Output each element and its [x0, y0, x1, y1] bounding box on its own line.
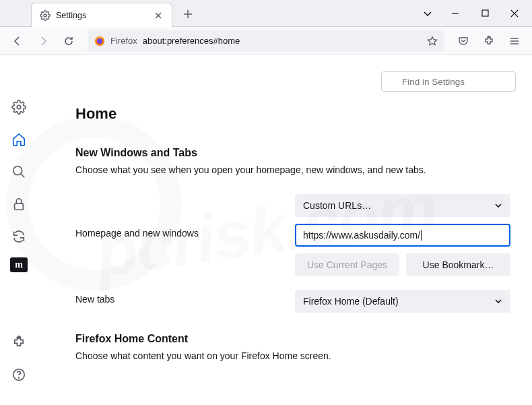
minimize-button[interactable]	[440, 1, 470, 26]
urlbar-url: about:preferences#home	[143, 36, 422, 46]
homepage-url-value: https://www.askusdaily.com/	[303, 230, 420, 241]
svg-point-5	[17, 105, 21, 109]
svg-rect-7	[15, 204, 24, 210]
svg-point-0	[44, 14, 46, 17]
find-in-settings[interactable]	[381, 71, 516, 92]
gear-icon	[40, 10, 51, 21]
sidebar-item-privacy[interactable]	[7, 193, 30, 216]
newtabs-label: New tabs	[75, 283, 295, 305]
back-button[interactable]	[7, 30, 28, 52]
section-new-windows-desc: Choose what you see when you open your h…	[75, 164, 516, 175]
reload-button[interactable]	[58, 30, 79, 52]
urlbar-context: Firefox	[110, 36, 137, 46]
tabs-dropdown-button[interactable]	[415, 1, 440, 26]
extensions-button[interactable]	[478, 30, 500, 52]
section-home-content-desc: Choose what content you want on your Fir…	[75, 350, 516, 361]
titlebar: Settings	[0, 0, 532, 27]
close-window-button[interactable]	[500, 1, 529, 26]
chevron-down-icon	[494, 297, 502, 305]
bookmark-star-icon[interactable]	[427, 36, 438, 46]
sidebar-item-home[interactable]	[7, 128, 30, 151]
sidebar-item-sync[interactable]	[7, 225, 30, 248]
newtabs-value: Firefox Home (Default)	[303, 296, 399, 307]
sidebar-item-search[interactable]	[7, 160, 30, 183]
section-new-windows-title: New Windows and Tabs	[75, 147, 516, 159]
newtabs-select[interactable]: Firefox Home (Default)	[295, 290, 510, 313]
sidebar-item-general[interactable]	[7, 96, 30, 119]
sidebar-item-help[interactable]	[7, 363, 30, 386]
toolbar: Firefox about:preferences#home	[0, 27, 532, 55]
new-tab-button[interactable]	[178, 4, 198, 24]
find-input[interactable]	[381, 71, 516, 92]
page-title: Home	[75, 105, 516, 123]
settings-sidebar: m	[0, 55, 38, 405]
svg-point-3	[97, 38, 102, 43]
settings-main: Home New Windows and Tabs Choose what yo…	[38, 55, 532, 405]
maximize-button[interactable]	[470, 1, 500, 26]
close-icon[interactable]	[153, 10, 164, 21]
content: m Home New Windows and Tabs Choose what …	[0, 55, 532, 405]
homepage-mode-select[interactable]: Custom URLs…	[295, 194, 510, 217]
svg-point-6	[13, 166, 22, 175]
homepage-mode-value: Custom URLs…	[303, 200, 371, 211]
chevron-down-icon	[494, 201, 502, 210]
menu-button[interactable]	[504, 30, 525, 52]
svg-point-10	[19, 377, 20, 378]
pocket-button[interactable]	[453, 30, 474, 52]
sidebar-item-more-mozilla[interactable]: m	[10, 257, 28, 272]
homepage-label: Homepage and new windows	[75, 224, 295, 239]
forward-button	[32, 30, 54, 52]
url-bar[interactable]: Firefox about:preferences#home	[88, 30, 444, 52]
use-bookmark-button[interactable]: Use Bookmark…	[406, 253, 510, 276]
section-home-content-title: Firefox Home Content	[75, 333, 516, 345]
use-current-pages-button: Use Current Pages	[295, 253, 399, 276]
browser-tab[interactable]: Settings	[31, 3, 172, 27]
tab-title: Settings	[56, 11, 147, 20]
firefox-icon	[94, 36, 105, 46]
window-controls	[415, 0, 532, 26]
svg-rect-1	[482, 10, 488, 16]
sidebar-item-extensions[interactable]	[7, 331, 30, 354]
homepage-url-input[interactable]: https://www.askusdaily.com/	[295, 224, 510, 247]
